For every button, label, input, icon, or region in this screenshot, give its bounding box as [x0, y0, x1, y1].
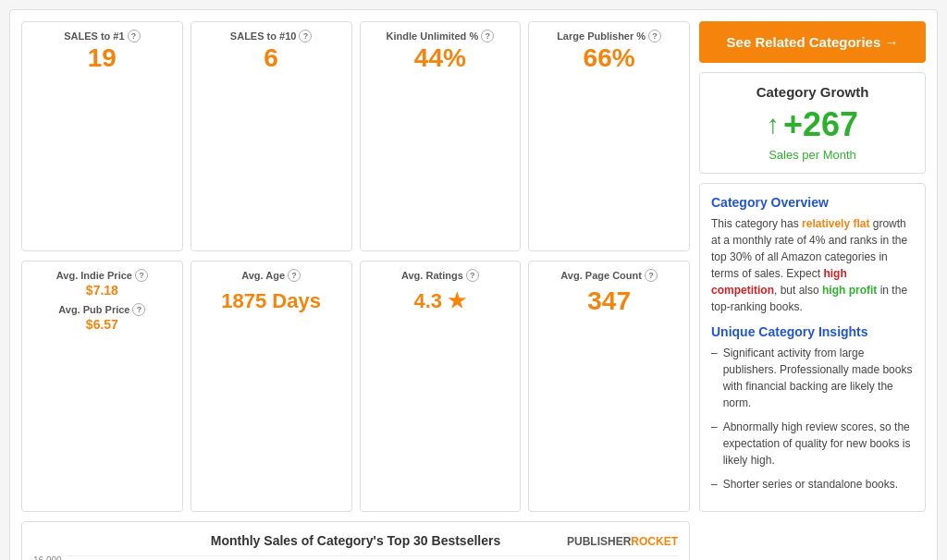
- stat-value-avg-ratings: 4.3 ★: [370, 282, 511, 313]
- insight-2: – Abnormally high review scores, so the …: [711, 419, 914, 469]
- overview-text-3: , but also: [774, 284, 822, 297]
- stat-label-avg-pages: Avg. Page Count ?: [538, 269, 680, 282]
- insight-3: – Shorter series or standalone books.: [711, 476, 914, 493]
- growth-arrow-icon: ↑: [767, 110, 780, 140]
- stat-value-indie-price: $7.18: [31, 282, 173, 300]
- stat-label-indie-price: Avg. Indie Price ?: [31, 269, 173, 282]
- y-label: 16,000: [33, 555, 62, 560]
- growth-subtitle: Sales per Month: [711, 148, 914, 162]
- stat-avg-pages: Avg. Page Count ? 347: [528, 261, 690, 512]
- stat-value-publisher: 66%: [538, 43, 680, 74]
- insight-text-2: Abnormally high review scores, so the ex…: [723, 419, 914, 469]
- bar-col: [341, 555, 404, 560]
- stat-label-sales-10: SALES to #10 ?: [201, 30, 342, 43]
- overview-title: Category Overview: [711, 195, 914, 210]
- stat-prices: Avg. Indie Price ? $7.18 Avg. Pub Price …: [21, 261, 183, 512]
- help-icon-sales10[interactable]: ?: [299, 30, 312, 43]
- stats-row-2: Avg. Indie Price ? $7.18 Avg. Pub Price …: [21, 261, 690, 512]
- growth-value: ↑ +267: [711, 105, 914, 144]
- y-axis: 16,00014,00012,00010,0008,0006,0004,0002…: [33, 555, 62, 560]
- main-container: SALES to #1 ? 19 SALES to #10 ? 6 Kindle…: [9, 9, 938, 560]
- insight-1: – Significant activity from large publis…: [711, 345, 914, 411]
- right-panel: See Related Categories → Category Growth…: [699, 21, 926, 512]
- overview-highlight-flat: relatively flat: [802, 217, 869, 230]
- insight-dash-2: –: [711, 419, 718, 469]
- stat-value-kindle: 44%: [370, 43, 511, 74]
- stat-label-avg-age: Avg. Age ?: [201, 269, 342, 282]
- chart-area: Monthly Sales of Category's Top 30 Bests…: [21, 521, 690, 560]
- stat-label-pub-price: Avg. Pub Price ?: [31, 303, 173, 316]
- help-icon-publisher[interactable]: ?: [648, 30, 661, 43]
- category-overview-panel: Category Overview This category has rela…: [699, 183, 926, 512]
- insights-title: Unique Category Insights: [711, 324, 914, 339]
- overview-text-1: This category has: [711, 217, 802, 230]
- stat-value-avg-pages: 347: [538, 282, 680, 317]
- growth-title: Category Growth: [711, 84, 914, 100]
- bar-col: [615, 555, 678, 560]
- category-growth-card: Category Growth ↑ +267 Sales per Month: [699, 72, 926, 174]
- bar-col: [410, 555, 473, 560]
- stat-label-sales-1: SALES to #1 ?: [31, 30, 173, 43]
- stat-sales-10: SALES to #10 ? 6: [191, 21, 352, 251]
- stat-publisher: Large Publisher % ? 66%: [528, 21, 690, 251]
- bar-col: [478, 555, 541, 560]
- stat-avg-age: Avg. Age ? 1875 Days: [191, 261, 352, 512]
- stat-value-sales-10: 6: [201, 43, 342, 74]
- bar-col: [273, 555, 336, 560]
- chart-logo-rocket: ROCKET: [631, 535, 678, 548]
- insight-text-1: Significant activity from large publishe…: [723, 345, 914, 411]
- help-icon-pub[interactable]: ?: [132, 303, 145, 316]
- insight-dash-1: –: [711, 345, 718, 411]
- bars-row: [68, 555, 678, 560]
- chart-logo-pub: PUBLISHER: [567, 535, 631, 548]
- bar-col: [547, 555, 609, 560]
- bar-col: [204, 555, 267, 560]
- growth-number: +267: [783, 105, 858, 144]
- stat-sales-1: SALES to #1 ? 19: [21, 21, 183, 251]
- overview-text: This category has relatively flat growth…: [711, 215, 914, 315]
- stat-value-sales-1: 19: [31, 43, 173, 74]
- insight-text-3: Shorter series or standalone books.: [723, 476, 898, 493]
- stat-label-kindle: Kindle Unlimited % ?: [370, 30, 511, 43]
- help-icon-sales1[interactable]: ?: [128, 30, 141, 43]
- stats-row-1: SALES to #1 ? 19 SALES to #10 ? 6 Kindle…: [21, 21, 690, 251]
- stat-label-publisher: Large Publisher % ?: [538, 30, 680, 43]
- help-icon-pages[interactable]: ?: [645, 269, 658, 282]
- stat-avg-ratings: Avg. Ratings ? 4.3 ★: [360, 261, 522, 512]
- stat-label-avg-ratings: Avg. Ratings ?: [370, 269, 511, 282]
- see-related-button[interactable]: See Related Categories →: [699, 21, 926, 63]
- help-icon-age[interactable]: ?: [288, 269, 301, 282]
- stat-value-pub-price: $6.57: [31, 316, 173, 335]
- insight-dash-3: –: [711, 476, 718, 493]
- bars-container: MayJunJulSepOctNovDecJanFeb: [68, 555, 678, 560]
- stat-kindle: Kindle Unlimited % ? 44%: [360, 21, 522, 251]
- bar-col: [136, 555, 199, 560]
- stat-value-avg-age: 1875 Days: [201, 282, 342, 313]
- overview-highlight-profit: high profit: [822, 284, 877, 297]
- chart-inner: 16,00014,00012,00010,0008,0006,0004,0002…: [33, 555, 678, 560]
- help-icon-indie[interactable]: ?: [135, 269, 148, 282]
- help-icon-ratings[interactable]: ?: [466, 269, 479, 282]
- bar-col: [68, 555, 130, 560]
- help-icon-kindle[interactable]: ?: [481, 30, 494, 43]
